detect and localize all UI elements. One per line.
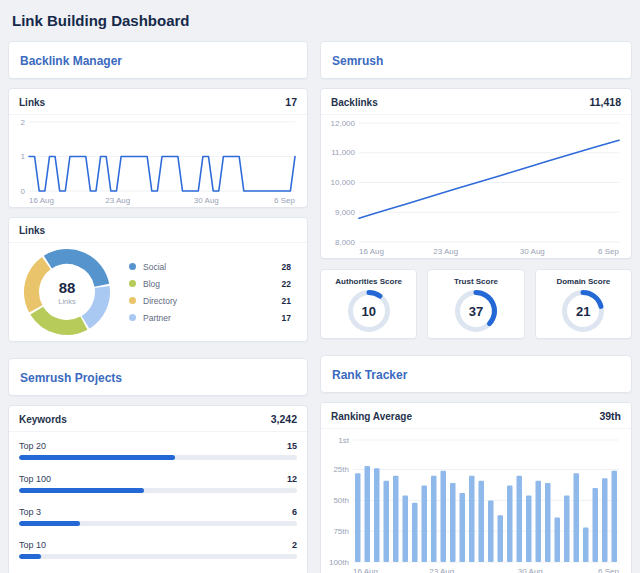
progress-track — [19, 455, 297, 460]
domain-score-value: 21 — [561, 289, 605, 333]
links-trend-title: Links — [19, 97, 45, 108]
keywords-total: 3,242 — [271, 413, 297, 425]
section-semrush-title: Semrush — [332, 54, 383, 68]
links-trend-header: Links 17 — [9, 89, 307, 115]
keywords-title: Keywords — [19, 414, 67, 425]
svg-text:12,000: 12,000 — [331, 119, 356, 128]
trust-score-gauge: 37 — [454, 289, 498, 333]
ranking-average-value: 39th — [599, 410, 621, 422]
keyword-label: Top 10 — [19, 540, 46, 550]
links-trend-card: Links 17 21016 Aug23 Aug30 Aug6 Sep — [8, 88, 308, 208]
legend-item-directory: Directory 21 — [129, 292, 291, 309]
trust-score-title: Trust Score — [454, 277, 498, 286]
ranking-average-title: Ranking Average — [331, 411, 412, 422]
score-gauges-row: Authorities Score 10 Trust Score 37 Doma… — [320, 269, 632, 339]
trust-score-card: Trust Score 37 — [427, 269, 524, 339]
svg-text:6 Sep: 6 Sep — [274, 196, 295, 205]
legend-label: Partner — [143, 313, 171, 323]
legend-item-blog: Blog 22 — [129, 275, 291, 292]
svg-text:1: 1 — [21, 152, 26, 161]
svg-text:23 Aug: 23 Aug — [433, 247, 458, 256]
keywords-card: Keywords 3,242 Top 20 15 Top 100 — [8, 405, 308, 573]
keyword-label: Top 3 — [19, 507, 41, 517]
progress-track — [19, 521, 297, 526]
legend-value: 17 — [282, 313, 291, 323]
domain-score-title: Domain Score — [556, 277, 610, 286]
domain-score-gauge: 21 — [561, 289, 605, 333]
authorities-score-title: Authorities Score — [335, 277, 402, 286]
svg-text:100th: 100th — [329, 558, 349, 567]
legend-label: Directory — [143, 296, 177, 306]
keywords-header: Keywords 3,242 — [9, 406, 307, 432]
dashboard-grid: Backlink Manager Links 17 21016 Aug23 Au… — [8, 41, 632, 573]
keyword-row-top10: Top 10 2 — [19, 540, 297, 559]
donut-legend: Social 28 Blog 22 Directory 21 — [129, 258, 295, 326]
section-semrush-projects: Semrush Projects — [8, 358, 308, 396]
progress-fill — [19, 554, 41, 559]
progress-fill — [19, 455, 175, 460]
progress-track — [19, 488, 297, 493]
svg-text:11,000: 11,000 — [331, 148, 355, 157]
svg-text:25th: 25th — [333, 465, 349, 474]
svg-text:10,000: 10,000 — [331, 178, 356, 187]
ranking-average-header: Ranking Average 39th — [321, 403, 631, 429]
keyword-row-top20: Top 20 15 — [19, 441, 297, 460]
legend-label: Blog — [143, 279, 160, 289]
svg-text:2: 2 — [21, 118, 26, 127]
legend-value: 22 — [282, 279, 291, 289]
legend-label: Social — [143, 262, 166, 272]
backlinks-value: 11,418 — [589, 96, 621, 108]
svg-text:50th: 50th — [333, 496, 349, 505]
ranking-average-card: Ranking Average 39th 1st25th50th75th100t… — [320, 402, 632, 573]
svg-text:16 Aug: 16 Aug — [29, 196, 54, 205]
legend-value: 21 — [282, 296, 291, 306]
section-backlink-manager-title: Backlink Manager — [20, 54, 122, 68]
svg-text:30 Aug: 30 Aug — [520, 247, 545, 256]
links-trend-value: 17 — [285, 96, 297, 108]
dashboard-page: Link Building Dashboard Backlink Manager… — [0, 0, 640, 573]
progress-fill — [19, 488, 144, 493]
legend-value: 28 — [282, 262, 291, 272]
keyword-row-top100: Top 100 12 — [19, 474, 297, 493]
svg-text:16 Aug: 16 Aug — [353, 567, 378, 573]
backlinks-line-chart: 12,00011,00010,0009,0008,00016 Aug23 Aug… — [327, 118, 623, 256]
links-line-chart: 21016 Aug23 Aug30 Aug6 Sep — [15, 117, 299, 205]
svg-text:75th: 75th — [333, 527, 349, 536]
keyword-value: 2 — [292, 540, 297, 550]
backlinks-header: Backlinks 11,418 — [321, 89, 631, 115]
svg-text:1st: 1st — [338, 436, 349, 445]
links-donut-wrap: 88 Links Social 28 Blog 22 — [9, 243, 307, 341]
legend-dot-directory-icon — [129, 297, 136, 304]
domain-score-card: Domain Score 21 — [535, 269, 632, 339]
svg-text:30 Aug: 30 Aug — [518, 567, 543, 573]
svg-text:9,000: 9,000 — [335, 208, 356, 217]
svg-text:8,000: 8,000 — [335, 238, 356, 247]
section-rank-tracker: Rank Tracker — [320, 355, 632, 393]
legend-dot-social-icon — [129, 263, 136, 270]
svg-text:23 Aug: 23 Aug — [429, 567, 454, 573]
trust-score-value: 37 — [454, 289, 498, 333]
left-column: Backlink Manager Links 17 21016 Aug23 Au… — [8, 41, 308, 573]
section-rank-tracker-title: Rank Tracker — [332, 368, 407, 382]
progress-track — [19, 554, 297, 559]
right-column: Semrush Backlinks 11,418 12,00011,00010,… — [320, 41, 632, 573]
keyword-label: Top 20 — [19, 441, 46, 451]
backlinks-card: Backlinks 11,418 12,00011,00010,0009,000… — [320, 88, 632, 259]
section-backlink-manager: Backlink Manager — [8, 41, 308, 79]
legend-item-partner: Partner 17 — [129, 309, 291, 326]
svg-text:0: 0 — [21, 187, 26, 196]
links-donut-chart: 88 Links — [23, 248, 111, 336]
svg-text:16 Aug: 16 Aug — [359, 247, 384, 256]
keyword-label: Top 100 — [19, 474, 51, 484]
keywords-body: Top 20 15 Top 100 12 T — [9, 432, 307, 573]
section-semrush-projects-title: Semrush Projects — [20, 371, 122, 385]
svg-text:6 Sep: 6 Sep — [598, 567, 619, 573]
links-breakdown-title: Links — [19, 225, 45, 236]
authorities-score-card: Authorities Score 10 — [320, 269, 417, 339]
progress-fill — [19, 521, 80, 526]
keyword-value: 12 — [287, 474, 297, 484]
legend-dot-blog-icon — [129, 280, 136, 287]
keyword-row-top3: Top 3 6 — [19, 507, 297, 526]
keyword-value: 6 — [292, 507, 297, 517]
authorities-score-value: 10 — [347, 289, 391, 333]
